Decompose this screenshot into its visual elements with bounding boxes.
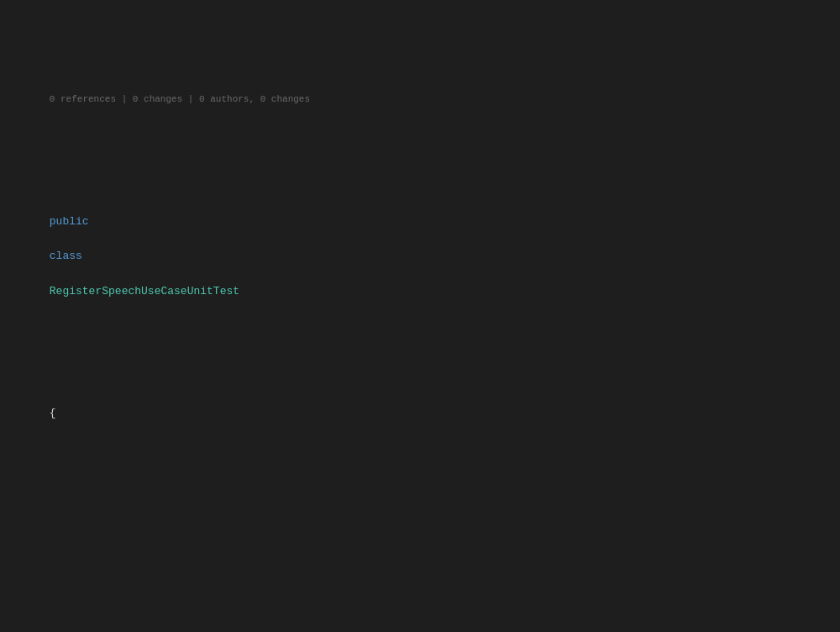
code-editor: 0 references | 0 changes | 0 authors, 0 … bbox=[0, 0, 840, 632]
line-3: { bbox=[0, 388, 840, 440]
line-content-1: 0 references | 0 changes | 0 authors, 0 … bbox=[10, 73, 833, 125]
line-4 bbox=[0, 510, 840, 528]
line-5: [ Fact ] bbox=[0, 598, 840, 632]
ref-info-header: 0 references | 0 changes | 0 authors, 0 … bbox=[50, 94, 310, 104]
line-2: public class RegisterSpeechUseCaseUnitTe… bbox=[0, 196, 840, 319]
keyword-public: public bbox=[50, 215, 89, 228]
line-content-3: { bbox=[10, 388, 833, 440]
line-1: 0 references | 0 changes | 0 authors, 0 … bbox=[0, 73, 840, 125]
class-name: RegisterSpeechUseCaseUnitTest bbox=[50, 285, 239, 298]
keyword-class: class bbox=[50, 250, 82, 262]
line-content-2: public class RegisterSpeechUseCaseUnitTe… bbox=[10, 196, 833, 319]
line-content-4 bbox=[10, 510, 833, 528]
line-content-5: [ Fact ] bbox=[10, 598, 833, 632]
